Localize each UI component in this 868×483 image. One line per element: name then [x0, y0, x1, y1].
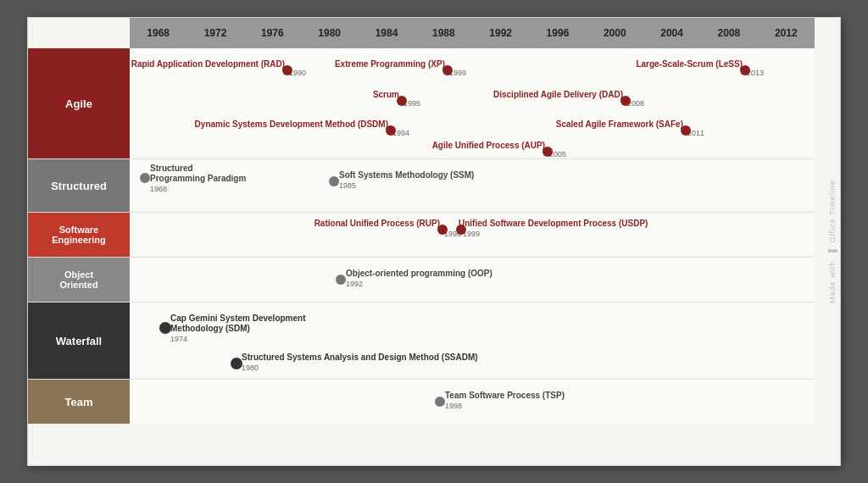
svg-text:1968: 1968: [150, 185, 167, 193]
svg-point-2: [282, 65, 292, 75]
svg-point-17: [386, 125, 396, 136]
row-label-objoriented: ObjectOriented: [28, 258, 130, 302]
year-2004: 2004: [643, 27, 700, 39]
row-content-team: Team Software Process (TSP) 1998: [130, 380, 815, 424]
row-structured: Structured Structured Programming Paradi…: [28, 159, 815, 213]
svg-text:Disciplined Agile Delivery (DA: Disciplined Agile Delivery (DAD): [493, 90, 623, 99]
year-1972: 1972: [186, 27, 243, 39]
svg-text:Cap Gemini System Development: Cap Gemini System Development: [170, 314, 306, 323]
svg-text:Scrum: Scrum: [373, 90, 399, 99]
team-svg: Team Software Process (TSP) 1998: [130, 380, 815, 424]
row-content-structured: Structured Programming Paradigm 1968 Sof…: [130, 159, 815, 212]
row-team: Team Team Software Process (TSP) 1998: [28, 380, 815, 424]
year-1968: 1968: [130, 27, 186, 39]
svg-text:Scaled Agile Framework (SAFe): Scaled Agile Framework (SAFe): [556, 119, 683, 129]
agile-svg: Rapid Application Development (RAD) 1990…: [130, 48, 815, 158]
row-label-structured: Structured: [28, 159, 130, 212]
row-content-agile: Rapid Application Development (RAD) 1990…: [130, 48, 815, 158]
waterfall-svg: Cap Gemini System Development Methodolog…: [130, 303, 815, 379]
row-label-agile: Agile: [28, 48, 130, 158]
softeng-svg: Rational Unified Process (RUP) 1998 Unif…: [130, 213, 815, 257]
row-label-waterfall: Waterfall: [28, 303, 130, 379]
year-1980: 1980: [301, 27, 358, 39]
row-content-objoriented: Object-oriented programming (OOP) 1992: [130, 258, 815, 302]
svg-point-11: [397, 96, 407, 106]
svg-text:Extreme Programming (XP): Extreme Programming (XP): [335, 59, 445, 69]
svg-point-33: [437, 225, 448, 235]
row-agile: Agile Rapid Application Development (RAD…: [28, 48, 815, 159]
row-waterfall: Waterfall Cap Gemini System Development …: [28, 303, 815, 380]
year-1996: 1996: [529, 27, 586, 39]
row-objoriented: ObjectOriented Object-oriented programmi…: [28, 258, 815, 303]
chart-container: 1968 1972 1976 1980 1984 1988 1992 1996 …: [27, 17, 841, 466]
svg-text:Rapid Application Development : Rapid Application Development (RAD): [131, 59, 285, 69]
objoriented-svg: Object-oriented programming (OOP) 1992: [130, 258, 815, 302]
svg-point-20: [681, 125, 691, 136]
svg-point-36: [456, 225, 466, 235]
structured-svg: Structured Programming Paradigm 1968 Sof…: [130, 159, 815, 212]
svg-point-14: [620, 96, 631, 106]
svg-point-30: [329, 176, 339, 186]
svg-text:Unified Software Development P: Unified Software Development Process (US…: [459, 219, 648, 228]
svg-point-39: [336, 275, 346, 285]
year-2012: 2012: [758, 27, 815, 39]
svg-text:Rational Unified Process (RUP): Rational Unified Process (RUP): [314, 219, 440, 228]
svg-text:Soft Systems Methodology (SSM): Soft Systems Methodology (SSM): [339, 170, 474, 180]
timeline-header: 1968 1972 1976 1980 1984 1988 1992 1996 …: [130, 18, 815, 48]
svg-text:Agile Unified Process (AUP): Agile Unified Process (AUP): [432, 141, 545, 150]
year-1992: 1992: [472, 27, 529, 39]
svg-text:1980: 1980: [242, 364, 259, 372]
svg-text:Dynamic Systems Development Me: Dynamic Systems Development Method (DSDM…: [195, 119, 388, 129]
year-2000: 2000: [587, 27, 643, 39]
year-1984: 1984: [358, 27, 415, 39]
row-content-waterfall: Cap Gemini System Development Methodolog…: [130, 303, 815, 379]
svg-point-8: [740, 65, 750, 75]
svg-text:Structured: Structured: [150, 164, 193, 173]
svg-text:Large-Scale-Scrum (LeSS): Large-Scale-Scrum (LeSS): [636, 59, 743, 69]
svg-text:1985: 1985: [339, 181, 356, 190]
svg-text:Object-oriented programming (O: Object-oriented programming (OOP): [346, 269, 492, 278]
row-label-team: Team: [28, 380, 130, 424]
year-1976: 1976: [244, 27, 301, 39]
svg-point-27: [140, 173, 150, 183]
svg-text:1992: 1992: [346, 280, 363, 288]
svg-point-5: [442, 65, 453, 75]
svg-text:Methodology (SDM): Methodology (SDM): [170, 324, 250, 333]
svg-text:1974: 1974: [170, 335, 187, 343]
row-content-softeng: Rational Unified Process (RUP) 1998 Unif…: [130, 213, 815, 257]
svg-text:Structured Systems Analysis an: Structured Systems Analysis and Design M…: [242, 353, 478, 362]
svg-text:Team Software Process (TSP): Team Software Process (TSP): [445, 391, 565, 400]
watermark: Made with ▐ Office Timeline: [828, 180, 837, 303]
year-2008: 2008: [700, 27, 757, 39]
svg-point-23: [542, 147, 553, 157]
svg-point-43: [159, 322, 171, 334]
row-label-softeng: SoftwareEngineering: [28, 213, 130, 257]
svg-point-46: [231, 358, 242, 369]
svg-text:1998: 1998: [445, 402, 462, 410]
svg-point-49: [435, 397, 445, 407]
svg-text:Programming Paradigm: Programming Paradigm: [150, 174, 246, 183]
row-softeng: SoftwareEngineering Rational Unified Pro…: [28, 213, 815, 258]
year-1988: 1988: [415, 27, 472, 39]
